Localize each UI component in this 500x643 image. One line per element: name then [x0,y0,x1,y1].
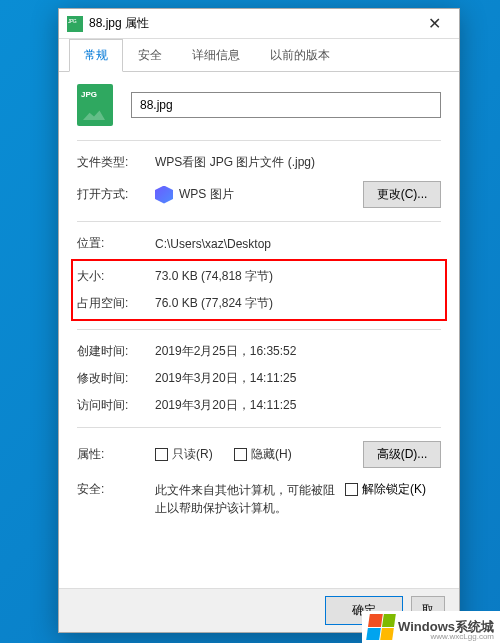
size-label: 大小: [77,268,155,285]
separator [77,140,441,141]
unblock-checkbox[interactable]: 解除锁定(K) [345,481,426,498]
close-button[interactable]: ✕ [412,10,457,38]
tab-previous-versions[interactable]: 以前的版本 [255,39,345,72]
modified-label: 修改时间: [77,370,155,387]
size-on-disk-value: 76.0 KB (77,824 字节) [155,295,441,312]
row-created: 创建时间: 2019年2月25日，16:35:52 [77,338,441,365]
checkbox-icon [234,448,247,461]
separator [77,427,441,428]
tab-details[interactable]: 详细信息 [177,39,255,72]
file-large-icon [77,84,113,126]
row-attributes: 属性: 只读(R) 隐藏(H) 高级(D)... [77,436,441,473]
row-filetype: 文件类型: WPS看图 JPG 图片文件 (.jpg) [77,149,441,176]
tab-security[interactable]: 安全 [123,39,177,72]
attributes-value: 只读(R) 隐藏(H) [155,446,363,464]
location-value: C:\Users\xaz\Desktop [155,237,441,251]
checkbox-icon [345,483,358,496]
security-text: 此文件来自其他计算机，可能被阻止以帮助保护该计算机。 [155,481,345,517]
row-accessed: 访问时间: 2019年3月20日，14:11:25 [77,392,441,419]
modified-value: 2019年3月20日，14:11:25 [155,370,441,387]
highlight-annotation: 大小: 73.0 KB (74,818 字节) 占用空间: 76.0 KB (7… [71,259,447,321]
created-value: 2019年2月25日，16:35:52 [155,343,441,360]
jpg-file-icon [67,16,83,32]
row-size-on-disk: 占用空间: 76.0 KB (77,824 字节) [77,290,441,317]
checkbox-icon [155,448,168,461]
close-icon: ✕ [428,14,441,33]
hidden-checkbox[interactable]: 隐藏(H) [234,446,292,463]
filetype-value: WPS看图 JPG 图片文件 (.jpg) [155,154,441,171]
filetype-label: 文件类型: [77,154,155,171]
location-label: 位置: [77,235,155,252]
opens-with-label: 打开方式: [77,186,155,203]
watermark-url: www.wxcLgg.com [430,632,494,641]
wps-app-icon [155,186,173,204]
tab-general[interactable]: 常规 [69,39,123,72]
opens-with-value: WPS 图片 [155,186,363,204]
row-security: 安全: 此文件来自其他计算机，可能被阻止以帮助保护该计算机。 解除锁定(K) [77,473,441,522]
row-location: 位置: C:\Users\xaz\Desktop [77,230,441,257]
row-opens-with: 打开方式: WPS 图片 更改(C)... [77,176,441,213]
accessed-label: 访问时间: [77,397,155,414]
titlebar: 88.jpg 属性 ✕ [59,9,459,39]
file-header: 88.jpg [77,84,441,126]
tab-content: 88.jpg 文件类型: WPS看图 JPG 图片文件 (.jpg) 打开方式:… [59,72,459,534]
readonly-checkbox[interactable]: 只读(R) [155,446,213,463]
accessed-value: 2019年3月20日，14:11:25 [155,397,441,414]
size-value: 73.0 KB (74,818 字节) [155,268,441,285]
security-label: 安全: [77,481,155,498]
advanced-button[interactable]: 高级(D)... [363,441,441,468]
tab-bar: 常规 安全 详细信息 以前的版本 [59,39,459,72]
properties-dialog: 88.jpg 属性 ✕ 常规 安全 详细信息 以前的版本 88.jpg 文件类型… [58,8,460,633]
row-modified: 修改时间: 2019年3月20日，14:11:25 [77,365,441,392]
window-title: 88.jpg 属性 [89,15,412,32]
filename-input[interactable]: 88.jpg [131,92,441,118]
separator [77,329,441,330]
size-on-disk-label: 占用空间: [77,295,155,312]
separator [77,221,441,222]
created-label: 创建时间: [77,343,155,360]
attributes-label: 属性: [77,446,155,463]
row-size: 大小: 73.0 KB (74,818 字节) [77,263,441,290]
windows-logo-icon [366,614,396,640]
change-button[interactable]: 更改(C)... [363,181,441,208]
